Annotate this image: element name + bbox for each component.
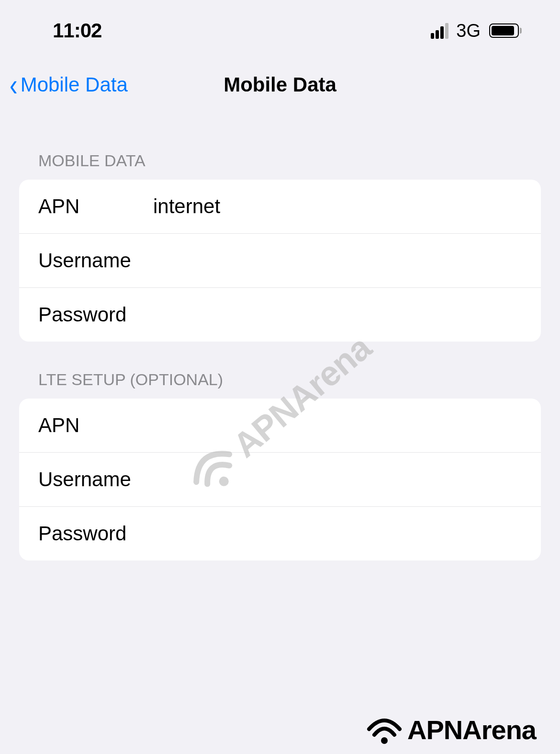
apn-row[interactable]: APN (19, 180, 541, 233)
lte-password-row[interactable]: Password (19, 506, 541, 560)
lte-username-row[interactable]: Username (19, 452, 541, 506)
status-time: 11:02 (53, 19, 101, 42)
battery-icon (489, 23, 522, 38)
lte-username-label: Username (38, 468, 153, 491)
username-row[interactable]: Username (19, 233, 541, 287)
section-header: LTE SETUP (OPTIONAL) (0, 370, 560, 399)
signal-icon (431, 23, 448, 39)
status-indicators: 3G (431, 21, 522, 41)
page-title: Mobile Data (224, 73, 336, 96)
watermark-text: APNArena (407, 714, 536, 745)
username-input[interactable] (153, 249, 522, 272)
section-header: MOBILE DATA (0, 151, 560, 180)
password-row[interactable]: Password (19, 287, 541, 342)
section-mobile-data: MOBILE DATA APN Username Password (0, 151, 560, 342)
lte-password-label: Password (38, 522, 153, 545)
password-label: Password (38, 303, 153, 326)
section-body: APN Username Password (19, 180, 541, 342)
svg-point-1 (381, 737, 388, 744)
back-button[interactable]: ‹ Mobile Data (10, 71, 128, 99)
lte-password-input[interactable] (153, 522, 522, 545)
chevron-left-icon: ‹ (10, 67, 18, 103)
apn-label: APN (38, 195, 153, 218)
navigation-bar: ‹ Mobile Data Mobile Data (0, 57, 560, 123)
section-lte-setup: LTE SETUP (OPTIONAL) APN Username Passwo… (0, 370, 560, 560)
apn-input[interactable] (153, 195, 522, 218)
lte-apn-row[interactable]: APN (19, 399, 541, 452)
watermark-bottom: APNArena (366, 714, 536, 745)
wifi-icon (366, 716, 403, 744)
back-label: Mobile Data (21, 73, 128, 96)
lte-apn-label: APN (38, 414, 153, 437)
password-input[interactable] (153, 303, 522, 326)
lte-apn-input[interactable] (153, 414, 522, 437)
network-type: 3G (456, 21, 481, 41)
section-body: APN Username Password (19, 399, 541, 560)
lte-username-input[interactable] (153, 468, 522, 491)
username-label: Username (38, 249, 153, 272)
status-bar: 11:02 3G (0, 0, 560, 57)
